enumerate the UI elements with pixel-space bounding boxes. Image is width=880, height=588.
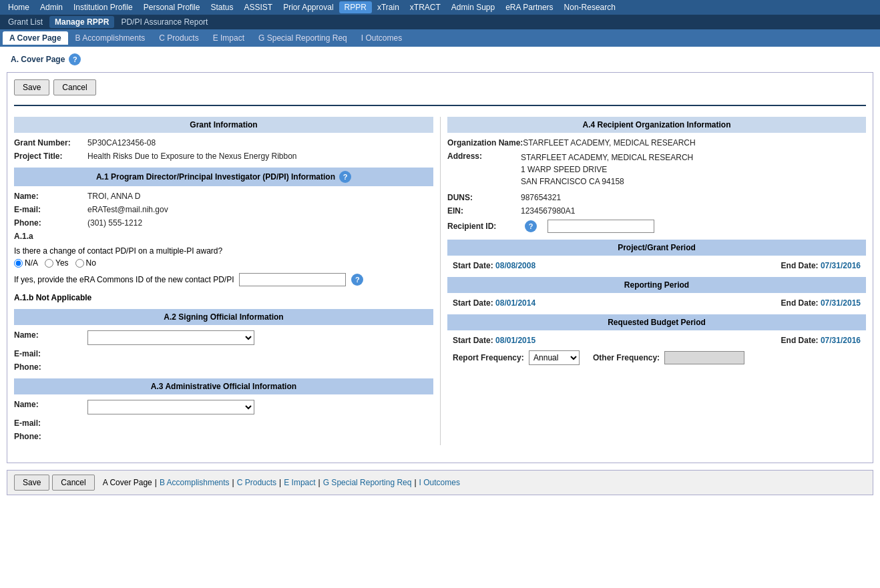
tab-accomplishments[interactable]: B Accomplishments bbox=[69, 31, 152, 45]
radio-na[interactable] bbox=[14, 259, 23, 268]
pi-email-value: eRATest@mail.nih.gov bbox=[87, 205, 168, 214]
top-nav: Home Admin Institution Profile Personal … bbox=[0, 0, 880, 15]
report-freq-select[interactable]: Annual Quarterly Monthly bbox=[529, 350, 580, 365]
nav-status[interactable]: Status bbox=[205, 1, 238, 13]
project-start-label: Start Date: bbox=[453, 261, 493, 270]
reporting-period-dates: Start Date: 08/01/2014 End Date: 07/31/2… bbox=[447, 298, 866, 308]
admin-name-label: Name: bbox=[14, 400, 87, 409]
admin-name-select[interactable] bbox=[87, 400, 254, 414]
tab-special-reporting[interactable]: G Special Reporting Req bbox=[252, 31, 354, 45]
secondnav-manage-rppr[interactable]: Manage RPPR bbox=[49, 16, 114, 28]
bottom-link-accomplishments[interactable]: B Accomplishments bbox=[160, 478, 230, 487]
tab-outcomes[interactable]: I Outcomes bbox=[355, 31, 409, 45]
cancel-button-top[interactable]: Cancel bbox=[53, 79, 95, 95]
budget-start-label: Start Date: bbox=[453, 336, 493, 345]
third-nav: A Cover Page B Accomplishments C Product… bbox=[0, 29, 880, 47]
admin-email-row: E-mail: bbox=[14, 418, 433, 428]
recipient-id-input[interactable] bbox=[547, 220, 654, 233]
signing-name-select[interactable] bbox=[87, 330, 254, 345]
col-right: A.4 Recipient Organization Information O… bbox=[440, 117, 866, 445]
radio-no-label: No bbox=[86, 258, 96, 268]
nav-assist[interactable]: ASSIST bbox=[239, 1, 278, 13]
pi-phone-value: (301) 555-1212 bbox=[87, 218, 142, 228]
admin-phone-row: Phone: bbox=[14, 432, 433, 441]
project-period-dates: Start Date: 08/08/2008 End Date: 07/31/2… bbox=[447, 261, 866, 270]
radio-na-item: N/A bbox=[14, 258, 38, 268]
col-left: Grant Information Grant Number: 5P30CA12… bbox=[14, 117, 440, 445]
reporting-end-group: End Date: 07/31/2015 bbox=[781, 298, 861, 308]
era-commons-input[interactable] bbox=[239, 273, 346, 286]
change-pi-radio-group: N/A Yes No bbox=[14, 258, 433, 268]
signing-info-header: A.2 Signing Official Information bbox=[14, 309, 433, 325]
grant-number-row: Grant Number: 5P30CA123456-08 bbox=[14, 138, 433, 148]
pi-info-help-icon[interactable]: ? bbox=[339, 171, 351, 183]
nav-non-research[interactable]: Non-Research bbox=[559, 1, 621, 13]
other-freq-input[interactable] bbox=[664, 351, 744, 364]
tab-products[interactable]: C Products bbox=[152, 31, 205, 45]
top-button-row: Save Cancel bbox=[14, 79, 866, 95]
admin-name-row: Name: bbox=[14, 400, 433, 414]
main-content: Save Cancel Grant Information Grant Numb… bbox=[7, 72, 873, 463]
org-address-value: STARFLEET ACADEMY, MEDICAL RESEARCH 1 WA… bbox=[521, 152, 693, 188]
nav-home[interactable]: Home bbox=[3, 1, 35, 13]
bottom-separator-2: | bbox=[232, 478, 234, 487]
reporting-start-group: Start Date: 08/01/2014 bbox=[453, 298, 535, 308]
radio-no-item: No bbox=[75, 258, 96, 268]
pi-email-row: E-mail: eRATest@mail.nih.gov bbox=[14, 205, 433, 214]
budget-start-value: 08/01/2015 bbox=[495, 336, 535, 345]
nav-era-partners[interactable]: eRA Partners bbox=[500, 1, 558, 13]
cancel-button-bottom[interactable]: Cancel bbox=[52, 475, 94, 491]
bottom-link-special-reporting[interactable]: G Special Reporting Req bbox=[323, 478, 412, 487]
frequency-row: Report Frequency: Annual Quarterly Month… bbox=[447, 350, 866, 365]
pi-phone-label: Phone: bbox=[14, 218, 87, 228]
page-title-area: A. Cover Page ? bbox=[0, 47, 880, 72]
a1a-label: A.1.a bbox=[14, 232, 33, 241]
nav-xtrain[interactable]: xTrain bbox=[372, 1, 405, 13]
budget-end-label: End Date: bbox=[781, 336, 819, 345]
admin-phone-label: Phone: bbox=[14, 432, 87, 441]
radio-na-label: N/A bbox=[25, 258, 38, 268]
secondnav-grant-list[interactable]: Grant List bbox=[3, 16, 48, 28]
era-help-icon[interactable]: ? bbox=[351, 274, 363, 286]
address-line3: SAN FRANCISCO CA 94158 bbox=[521, 176, 693, 188]
address-line2: 1 WARP SPEED DRIVE bbox=[521, 164, 693, 176]
org-address-label: Address: bbox=[447, 152, 521, 161]
admin-email-label: E-mail: bbox=[14, 418, 87, 428]
nav-admin-supp[interactable]: Admin Supp bbox=[446, 1, 500, 13]
pi-info-header: A.1 Program Director/Principal Investiga… bbox=[14, 168, 433, 186]
secondnav-pdpi-assurance[interactable]: PD/PI Assurance Report bbox=[116, 16, 213, 28]
bottom-link-products[interactable]: C Products bbox=[237, 478, 276, 487]
address-line1: STARFLEET ACADEMY, MEDICAL RESEARCH bbox=[521, 152, 693, 164]
project-title-row: Project Title: Health Risks Due to Expos… bbox=[14, 152, 433, 161]
duns-row: DUNS: 987654321 bbox=[447, 193, 866, 202]
tab-cover-page[interactable]: A Cover Page bbox=[3, 31, 68, 45]
nav-institution-profile[interactable]: Institution Profile bbox=[68, 1, 138, 13]
tab-impact[interactable]: E Impact bbox=[206, 31, 251, 45]
second-nav: Grant List Manage RPPR PD/PI Assurance R… bbox=[0, 15, 880, 29]
nav-admin[interactable]: Admin bbox=[35, 1, 68, 13]
nav-xtract[interactable]: xTRACT bbox=[405, 1, 446, 13]
save-button-bottom[interactable]: Save bbox=[14, 475, 49, 491]
page-title: A. Cover Page bbox=[11, 55, 65, 64]
radio-yes[interactable] bbox=[45, 259, 53, 268]
budget-start-group: Start Date: 08/01/2015 bbox=[453, 336, 535, 345]
budget-period-dates: Start Date: 08/01/2015 End Date: 07/31/2… bbox=[447, 336, 866, 345]
page-help-icon[interactable]: ? bbox=[69, 53, 81, 65]
bottom-link-impact[interactable]: E Impact bbox=[284, 478, 315, 487]
project-end-value: 07/31/2016 bbox=[821, 261, 861, 270]
nav-prior-approval[interactable]: Prior Approval bbox=[278, 1, 339, 13]
bottom-link-outcomes[interactable]: I Outcomes bbox=[419, 478, 460, 487]
duns-value: 987654321 bbox=[521, 193, 561, 202]
nav-rppr[interactable]: RPPR bbox=[339, 1, 372, 13]
budget-period-header: Requested Budget Period bbox=[447, 314, 866, 330]
grant-number-value: 5P30CA123456-08 bbox=[87, 138, 156, 148]
radio-no[interactable] bbox=[75, 259, 84, 268]
nav-personal-profile[interactable]: Personal Profile bbox=[138, 1, 206, 13]
era-commons-label: If yes, provide the eRA Commons ID of th… bbox=[14, 275, 234, 284]
save-button-top[interactable]: Save bbox=[14, 79, 49, 95]
pi-info-header-text: A.1 Program Director/Principal Investiga… bbox=[96, 172, 335, 182]
recipient-id-help-icon[interactable]: ? bbox=[525, 220, 537, 232]
reporting-start-label: Start Date: bbox=[453, 298, 493, 308]
two-col-layout: Grant Information Grant Number: 5P30CA12… bbox=[14, 117, 866, 445]
ein-value: 1234567980A1 bbox=[521, 206, 575, 216]
